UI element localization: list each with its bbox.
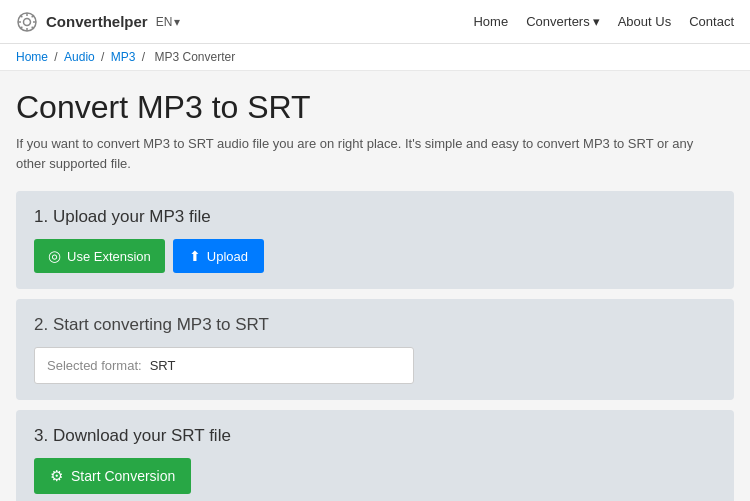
step-convert-title: 2. Start converting MP3 to SRT <box>34 315 716 335</box>
nav-converters-label: Converters <box>526 14 590 29</box>
use-extension-label: Use Extension <box>67 249 151 264</box>
lang-label: EN <box>156 15 173 29</box>
header-nav: Home Converters ▾ About Us Contact <box>473 14 734 29</box>
svg-line-8 <box>32 15 34 17</box>
header-left: Converthelper EN ▾ <box>16 11 180 33</box>
header: Converthelper EN ▾ Home Converters ▾ Abo… <box>0 0 750 44</box>
main-content: Convert MP3 to SRT If you want to conver… <box>0 71 750 501</box>
step-upload-box: 1. Upload your MP3 file ◎ Use Extension … <box>16 191 734 289</box>
gear-icon: ⚙ <box>50 467 63 485</box>
step-upload-title: 1. Upload your MP3 file <box>34 207 716 227</box>
lang-selector[interactable]: EN ▾ <box>156 15 181 29</box>
upload-button[interactable]: ⬆ Upload <box>173 239 264 273</box>
svg-line-6 <box>20 15 22 17</box>
use-extension-button[interactable]: ◎ Use Extension <box>34 239 165 273</box>
upload-label: Upload <box>207 249 248 264</box>
start-conversion-label: Start Conversion <box>71 468 175 484</box>
page-title: Convert MP3 to SRT <box>16 89 734 126</box>
breadcrumb-sep-2: / <box>101 50 108 64</box>
nav-converters-arrow-icon: ▾ <box>593 14 600 29</box>
format-select-area: Selected format: SRT <box>34 347 414 384</box>
nav-converters[interactable]: Converters ▾ <box>526 14 600 29</box>
breadcrumb: Home / Audio / MP3 / MP3 Converter <box>0 44 750 71</box>
step-download-title: 3. Download your SRT file <box>34 426 716 446</box>
breadcrumb-current: MP3 Converter <box>154 50 235 64</box>
lang-arrow-icon: ▾ <box>174 15 180 29</box>
svg-line-7 <box>32 26 34 28</box>
nav-about[interactable]: About Us <box>618 14 671 29</box>
breadcrumb-mp3[interactable]: MP3 <box>111 50 136 64</box>
upload-arrow-icon: ⬆ <box>189 248 201 264</box>
breadcrumb-home[interactable]: Home <box>16 50 48 64</box>
page-description: If you want to convert MP3 to SRT audio … <box>16 134 696 173</box>
svg-line-9 <box>20 26 22 28</box>
svg-point-1 <box>24 18 31 25</box>
logo-icon <box>16 11 38 33</box>
breadcrumb-sep-1: / <box>54 50 61 64</box>
upload-buttons: ◎ Use Extension ⬆ Upload <box>34 239 716 273</box>
nav-home[interactable]: Home <box>473 14 508 29</box>
nav-contact[interactable]: Contact <box>689 14 734 29</box>
extension-icon: ◎ <box>48 247 61 265</box>
breadcrumb-audio[interactable]: Audio <box>64 50 95 64</box>
breadcrumb-sep-3: / <box>142 50 149 64</box>
format-label: Selected format: <box>47 358 142 373</box>
step-download-box: 3. Download your SRT file ⚙ Start Conver… <box>16 410 734 501</box>
step-convert-box: 2. Start converting MP3 to SRT Selected … <box>16 299 734 400</box>
format-value: SRT <box>150 358 176 373</box>
start-conversion-button[interactable]: ⚙ Start Conversion <box>34 458 191 494</box>
logo-text: Converthelper <box>46 13 148 30</box>
